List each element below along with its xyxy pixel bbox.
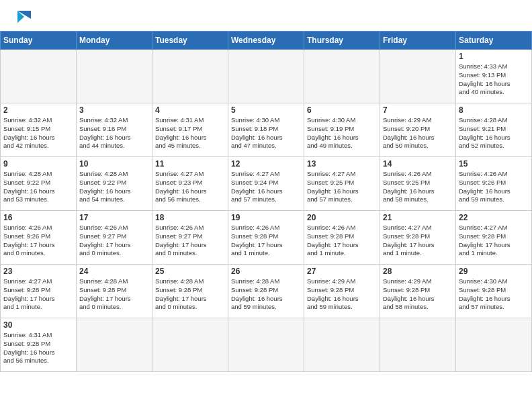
day-info: Sunrise: 4:27 AM Sunset: 9:24 PM Dayligh… xyxy=(231,170,301,204)
calendar-cell xyxy=(152,50,228,103)
calendar-cell xyxy=(77,318,152,372)
calendar-cell: 10Sunrise: 4:28 AM Sunset: 9:22 PM Dayli… xyxy=(77,157,152,211)
day-number: 20 xyxy=(307,213,377,222)
day-info: Sunrise: 4:29 AM Sunset: 9:28 PM Dayligh… xyxy=(383,277,453,312)
calendar-cell: 6Sunrise: 4:30 AM Sunset: 9:19 PM Daylig… xyxy=(304,103,380,157)
calendar-cell: 17Sunrise: 4:26 AM Sunset: 9:27 PM Dayli… xyxy=(77,211,152,265)
day-info: Sunrise: 4:26 AM Sunset: 9:28 PM Dayligh… xyxy=(307,224,377,258)
calendar-cell: 24Sunrise: 4:28 AM Sunset: 9:28 PM Dayli… xyxy=(77,265,152,318)
day-number: 12 xyxy=(231,159,301,169)
day-number: 4 xyxy=(155,105,225,115)
day-number: 1 xyxy=(459,52,529,61)
day-info: Sunrise: 4:30 AM Sunset: 9:18 PM Dayligh… xyxy=(231,116,301,150)
weekday-header-row: SundayMondayTuesdayWednesdayThursdayFrid… xyxy=(1,32,532,50)
day-info: Sunrise: 4:27 AM Sunset: 9:28 PM Dayligh… xyxy=(459,224,529,258)
day-info: Sunrise: 4:26 AM Sunset: 9:28 PM Dayligh… xyxy=(231,224,301,258)
weekday-header-friday: Friday xyxy=(380,32,456,50)
day-info: Sunrise: 4:26 AM Sunset: 9:27 PM Dayligh… xyxy=(79,224,149,258)
calendar-cell xyxy=(380,50,456,103)
calendar-header: SundayMondayTuesdayWednesdayThursdayFrid… xyxy=(1,32,532,50)
day-info: Sunrise: 4:29 AM Sunset: 9:28 PM Dayligh… xyxy=(307,277,377,312)
calendar-cell: 26Sunrise: 4:28 AM Sunset: 9:28 PM Dayli… xyxy=(228,265,304,318)
day-number: 14 xyxy=(383,159,453,169)
calendar-week-row: 23Sunrise: 4:27 AM Sunset: 9:28 PM Dayli… xyxy=(1,265,532,318)
calendar-table: SundayMondayTuesdayWednesdayThursdayFrid… xyxy=(0,31,532,372)
day-number: 22 xyxy=(459,213,529,222)
weekday-header-wednesday: Wednesday xyxy=(228,32,304,50)
calendar-cell xyxy=(1,50,77,103)
weekday-header-tuesday: Tuesday xyxy=(152,32,228,50)
day-number: 23 xyxy=(3,267,73,276)
day-info: Sunrise: 4:32 AM Sunset: 9:16 PM Dayligh… xyxy=(79,116,149,150)
day-info: Sunrise: 4:28 AM Sunset: 9:21 PM Dayligh… xyxy=(459,116,529,150)
day-number: 15 xyxy=(459,159,529,169)
day-info: Sunrise: 4:26 AM Sunset: 9:25 PM Dayligh… xyxy=(383,170,453,204)
calendar-cell: 27Sunrise: 4:29 AM Sunset: 9:28 PM Dayli… xyxy=(304,265,380,318)
day-info: Sunrise: 4:28 AM Sunset: 9:28 PM Dayligh… xyxy=(79,277,149,312)
day-info: Sunrise: 4:32 AM Sunset: 9:15 PM Dayligh… xyxy=(3,116,73,150)
calendar-cell xyxy=(304,50,380,103)
day-info: Sunrise: 4:28 AM Sunset: 9:22 PM Dayligh… xyxy=(79,170,149,204)
calendar-cell: 8Sunrise: 4:28 AM Sunset: 9:21 PM Daylig… xyxy=(456,103,532,157)
calendar-cell: 29Sunrise: 4:30 AM Sunset: 9:28 PM Dayli… xyxy=(456,265,532,318)
calendar-cell: 11Sunrise: 4:27 AM Sunset: 9:23 PM Dayli… xyxy=(152,157,228,211)
calendar-week-row: 30Sunrise: 4:31 AM Sunset: 9:28 PM Dayli… xyxy=(1,318,532,372)
day-info: Sunrise: 4:28 AM Sunset: 9:22 PM Dayligh… xyxy=(3,170,73,204)
day-number: 17 xyxy=(79,213,149,222)
day-info: Sunrise: 4:27 AM Sunset: 9:23 PM Dayligh… xyxy=(155,170,225,204)
day-info: Sunrise: 4:26 AM Sunset: 9:26 PM Dayligh… xyxy=(3,224,73,258)
day-number: 24 xyxy=(79,267,149,276)
day-number: 9 xyxy=(3,159,73,169)
day-info: Sunrise: 4:31 AM Sunset: 9:17 PM Dayligh… xyxy=(155,116,225,150)
calendar-body: 1Sunrise: 4:33 AM Sunset: 9:13 PM Daylig… xyxy=(1,50,532,372)
day-info: Sunrise: 4:31 AM Sunset: 9:28 PM Dayligh… xyxy=(3,331,73,365)
weekday-header-monday: Monday xyxy=(77,32,152,50)
calendar-week-row: 9Sunrise: 4:28 AM Sunset: 9:22 PM Daylig… xyxy=(1,157,532,211)
weekday-header-saturday: Saturday xyxy=(456,32,532,50)
weekday-header-sunday: Sunday xyxy=(1,32,77,50)
logo xyxy=(12,9,34,24)
day-number: 18 xyxy=(155,213,225,222)
calendar-cell: 30Sunrise: 4:31 AM Sunset: 9:28 PM Dayli… xyxy=(1,318,77,372)
day-number: 21 xyxy=(383,213,453,222)
calendar-cell: 28Sunrise: 4:29 AM Sunset: 9:28 PM Dayli… xyxy=(380,265,456,318)
day-number: 10 xyxy=(79,159,149,169)
day-info: Sunrise: 4:33 AM Sunset: 9:13 PM Dayligh… xyxy=(459,62,529,97)
day-info: Sunrise: 4:30 AM Sunset: 9:19 PM Dayligh… xyxy=(307,116,377,150)
day-number: 13 xyxy=(307,159,377,169)
day-info: Sunrise: 4:27 AM Sunset: 9:28 PM Dayligh… xyxy=(383,224,453,258)
calendar-cell: 12Sunrise: 4:27 AM Sunset: 9:24 PM Dayli… xyxy=(228,157,304,211)
calendar-cell: 9Sunrise: 4:28 AM Sunset: 9:22 PM Daylig… xyxy=(1,157,77,211)
day-info: Sunrise: 4:26 AM Sunset: 9:26 PM Dayligh… xyxy=(459,170,529,204)
calendar-week-row: 1Sunrise: 4:33 AM Sunset: 9:13 PM Daylig… xyxy=(1,50,532,103)
calendar-cell xyxy=(152,318,228,372)
calendar-cell: 20Sunrise: 4:26 AM Sunset: 9:28 PM Dayli… xyxy=(304,211,380,265)
calendar-cell: 22Sunrise: 4:27 AM Sunset: 9:28 PM Dayli… xyxy=(456,211,532,265)
calendar-cell: 15Sunrise: 4:26 AM Sunset: 9:26 PM Dayli… xyxy=(456,157,532,211)
calendar-cell xyxy=(380,318,456,372)
calendar-cell: 13Sunrise: 4:27 AM Sunset: 9:25 PM Dayli… xyxy=(304,157,380,211)
page: SundayMondayTuesdayWednesdayThursdayFrid… xyxy=(0,0,532,372)
calendar-cell xyxy=(77,50,152,103)
day-info: Sunrise: 4:29 AM Sunset: 9:20 PM Dayligh… xyxy=(383,116,453,150)
day-info: Sunrise: 4:26 AM Sunset: 9:27 PM Dayligh… xyxy=(155,224,225,258)
day-number: 28 xyxy=(383,267,453,276)
logo-icon xyxy=(15,9,34,24)
day-info: Sunrise: 4:27 AM Sunset: 9:28 PM Dayligh… xyxy=(3,277,73,312)
calendar-cell: 3Sunrise: 4:32 AM Sunset: 9:16 PM Daylig… xyxy=(77,103,152,157)
day-info: Sunrise: 4:28 AM Sunset: 9:28 PM Dayligh… xyxy=(231,277,301,312)
calendar-cell: 23Sunrise: 4:27 AM Sunset: 9:28 PM Dayli… xyxy=(1,265,77,318)
day-number: 8 xyxy=(459,105,529,115)
day-number: 2 xyxy=(3,105,73,115)
day-number: 5 xyxy=(231,105,301,115)
day-info: Sunrise: 4:30 AM Sunset: 9:28 PM Dayligh… xyxy=(459,277,529,312)
day-number: 16 xyxy=(3,213,73,222)
calendar-week-row: 16Sunrise: 4:26 AM Sunset: 9:26 PM Dayli… xyxy=(1,211,532,265)
calendar-cell: 18Sunrise: 4:26 AM Sunset: 9:27 PM Dayli… xyxy=(152,211,228,265)
calendar-week-row: 2Sunrise: 4:32 AM Sunset: 9:15 PM Daylig… xyxy=(1,103,532,157)
calendar-cell: 19Sunrise: 4:26 AM Sunset: 9:28 PM Dayli… xyxy=(228,211,304,265)
calendar-cell: 16Sunrise: 4:26 AM Sunset: 9:26 PM Dayli… xyxy=(1,211,77,265)
calendar-cell: 21Sunrise: 4:27 AM Sunset: 9:28 PM Dayli… xyxy=(380,211,456,265)
logo-text xyxy=(12,9,34,24)
calendar-cell: 4Sunrise: 4:31 AM Sunset: 9:17 PM Daylig… xyxy=(152,103,228,157)
